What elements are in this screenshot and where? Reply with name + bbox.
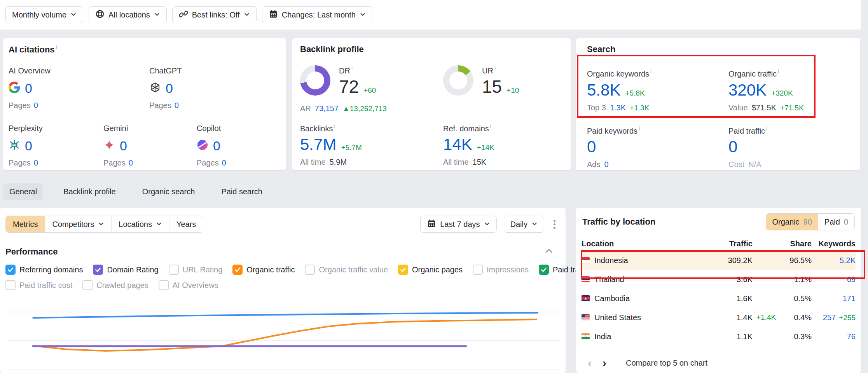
- paid-keywords-value[interactable]: 0: [587, 138, 596, 156]
- backlinks-value[interactable]: 5.7M: [300, 135, 336, 154]
- ai-citations-count[interactable]: 0: [213, 138, 220, 153]
- column-header-keywords[interactable]: Keywords: [812, 239, 856, 248]
- info-icon[interactable]: i: [351, 65, 353, 71]
- tab-organic-search[interactable]: Organic search: [136, 183, 201, 200]
- perplexity-icon: [9, 139, 20, 152]
- metric-checkbox-label: AI Overviews: [173, 281, 218, 290]
- location-row-thailand[interactable]: Thailand3.6K1.1%69: [582, 270, 856, 289]
- metric-checkbox-organic-traffic-value[interactable]: Organic traffic value: [305, 265, 388, 275]
- metric-checkbox-paid-traffic-cost[interactable]: Paid traffic cost: [5, 280, 72, 290]
- granularity-button[interactable]: Daily: [504, 216, 544, 233]
- pages-count[interactable]: 0: [222, 159, 226, 167]
- info-icon[interactable]: i: [494, 65, 496, 71]
- tab-backlink-profile[interactable]: Backlink profile: [57, 183, 122, 200]
- calendar-icon: [269, 9, 278, 21]
- location-row-india[interactable]: India1.1K0.3%76: [582, 327, 856, 346]
- toggle-label: Organic: [772, 218, 800, 227]
- metric-checkbox-url-rating[interactable]: URL Rating: [169, 265, 223, 275]
- column-header-location[interactable]: Location: [582, 239, 710, 248]
- toggle-label: Paid: [824, 218, 840, 227]
- column-header-share[interactable]: Share: [781, 239, 812, 248]
- pages-count[interactable]: 0: [129, 159, 133, 167]
- page-next-chevron-icon[interactable]: ›: [597, 357, 612, 369]
- ai-citations-count[interactable]: 0: [166, 81, 173, 96]
- chart-line-referring-domains: [33, 313, 538, 318]
- metric-checkbox-referring-domains[interactable]: Referring domains: [5, 265, 83, 275]
- filter-monthly-volume[interactable]: Monthly volume: [5, 6, 83, 23]
- pages-count[interactable]: 0: [34, 101, 38, 110]
- metric-checkbox-organic-pages[interactable]: Organic pages: [398, 265, 463, 275]
- metric-checkbox-label: Domain Rating: [107, 265, 158, 274]
- info-icon[interactable]: i: [490, 123, 491, 129]
- ads-value[interactable]: 0: [604, 160, 608, 169]
- backlinks-metric: Backlinksi 5.7M +5.7M All time5.9M: [300, 123, 443, 167]
- ar-value[interactable]: 73,157: [315, 104, 339, 113]
- metric-checkbox-ai-overviews[interactable]: AI Overviews: [159, 280, 218, 290]
- info-icon[interactable]: i: [56, 44, 57, 51]
- keywords-link[interactable]: 69: [847, 275, 856, 284]
- metric-checkbox-organic-traffic[interactable]: Organic traffic: [232, 265, 295, 275]
- ai-pages-row: Pages0: [103, 159, 197, 167]
- info-icon[interactable]: i: [766, 125, 767, 132]
- info-icon[interactable]: i: [334, 123, 335, 129]
- location-row-indonesia[interactable]: Indonesia309.2K96.5%5.2K: [582, 251, 856, 270]
- keywords-cell: 257+255: [812, 313, 856, 322]
- organic-keywords-value[interactable]: 5.8K: [587, 81, 620, 99]
- location-row-united-states[interactable]: United States1.4K+1.4K0.4%257+255: [582, 308, 856, 327]
- tab-general[interactable]: General: [3, 183, 43, 200]
- metric-checkbox-impressions[interactable]: Impressions: [473, 265, 529, 275]
- search-title: Search: [587, 44, 849, 54]
- location-row-cambodia[interactable]: Cambodia1.6K0.5%171: [582, 289, 856, 308]
- keywords-link[interactable]: 171: [843, 294, 856, 303]
- date-range-button[interactable]: Last 7 days: [420, 216, 496, 233]
- segment-metrics[interactable]: Metrics: [6, 216, 45, 232]
- metric-checkbox-domain-rating[interactable]: Domain Rating: [93, 265, 158, 275]
- pages-count[interactable]: 0: [175, 101, 179, 110]
- ai-pages-row: Pages0: [149, 101, 280, 110]
- ai-citations-count[interactable]: 0: [25, 81, 32, 96]
- ref-domains-alltime-label: All time: [443, 158, 469, 167]
- segment-locations[interactable]: Locations: [111, 216, 169, 232]
- metric-checkbox-label: Impressions: [487, 265, 529, 274]
- ref-domains-value[interactable]: 14K: [443, 135, 472, 154]
- info-icon[interactable]: i: [650, 68, 651, 75]
- dr-value: 72: [339, 76, 359, 97]
- ar-label: AR: [300, 104, 311, 113]
- info-icon[interactable]: i: [778, 68, 779, 75]
- info-icon[interactable]: i: [639, 125, 640, 132]
- more-options-kebab-icon[interactable]: [551, 218, 558, 231]
- compare-top5-link[interactable]: Compare top 5 on chart: [626, 359, 707, 368]
- pages-count[interactable]: 0: [34, 159, 38, 167]
- segment-competitors[interactable]: Competitors: [45, 216, 111, 232]
- tab-paid-search[interactable]: Paid search: [215, 183, 269, 200]
- keywords-link[interactable]: 5.2K: [840, 256, 856, 265]
- pages-label: Pages: [103, 159, 126, 167]
- location-name: United States: [594, 313, 641, 322]
- backlinks-alltime-label: All time: [300, 158, 326, 167]
- paid-keywords-metric: Paid keywordsi 0 Ads 0: [587, 125, 728, 169]
- paid-traffic-value[interactable]: 0: [728, 138, 737, 156]
- ref-domains-alltime-value: 15K: [473, 158, 487, 167]
- keywords-cell: 76: [812, 332, 856, 341]
- collapse-chevron-up-icon[interactable]: [544, 246, 554, 258]
- filter-all-locations[interactable]: All locations: [89, 6, 167, 23]
- filter-best-links-off[interactable]: Best links: Off: [172, 6, 257, 23]
- top3-value[interactable]: 1.3K: [610, 103, 626, 112]
- ai-citations-count[interactable]: 0: [25, 138, 32, 153]
- organic-traffic-value[interactable]: 320K: [728, 81, 767, 99]
- page-prev-chevron-icon[interactable]: ‹: [582, 357, 597, 369]
- google-icon: [9, 82, 20, 95]
- metrics-segmented-control: MetricsCompetitorsLocationsYears: [5, 216, 203, 233]
- filter-changes-last-month[interactable]: Changes: Last month: [262, 6, 372, 23]
- ai-citations-count[interactable]: 0: [120, 138, 127, 153]
- keywords-link[interactable]: 76: [847, 332, 856, 341]
- metric-checkbox-crawled-pages[interactable]: Crawled pages: [82, 280, 148, 290]
- unchecked-checkbox-icon: [82, 280, 93, 290]
- toggle-paid[interactable]: Paid0: [818, 214, 854, 230]
- column-header-traffic[interactable]: Traffic: [710, 239, 753, 248]
- flag-icon-id: [582, 256, 590, 265]
- toggle-organic[interactable]: Organic90: [766, 214, 818, 230]
- keywords-link[interactable]: 257: [823, 313, 836, 322]
- performance-chart[interactable]: [8, 295, 560, 373]
- segment-years[interactable]: Years: [169, 216, 203, 232]
